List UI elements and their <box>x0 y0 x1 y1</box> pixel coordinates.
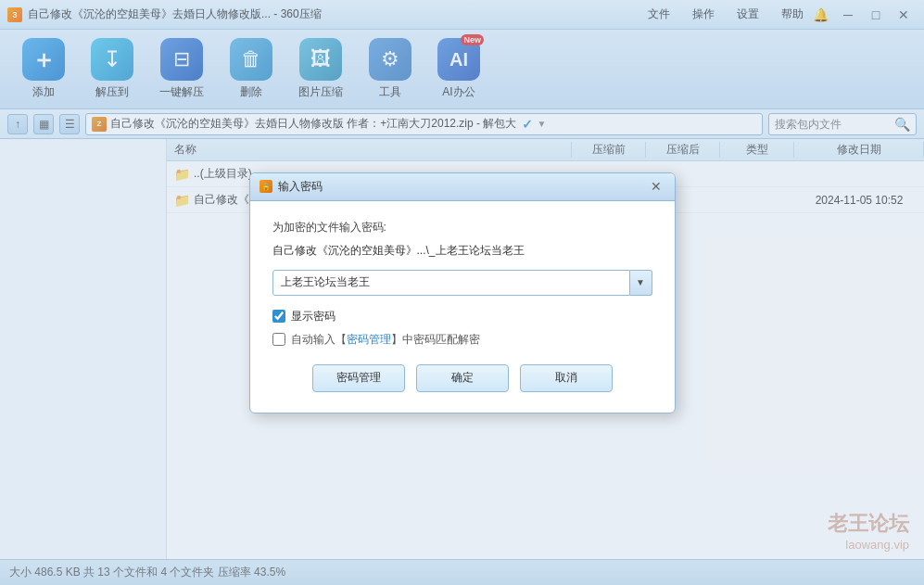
modal-close-button[interactable]: ✕ <box>647 177 665 196</box>
password-input[interactable] <box>272 270 630 296</box>
show-password-label: 显示密码 <box>291 309 335 324</box>
modal-filepath: 自己修改《沉沦的空姐美母》...\_上老王论坛当老王 <box>272 243 652 259</box>
auto-input-row: 自动输入【密码管理】中密码匹配解密 <box>272 332 652 348</box>
auto-input-checkbox[interactable] <box>272 333 285 346</box>
modal-icon: 🔒 <box>259 180 272 193</box>
modal-input-row: ▼ <box>272 270 652 296</box>
password-dropdown-button[interactable]: ▼ <box>630 270 652 296</box>
password-dialog: 🔒 输入密码 ✕ 为加密的文件输入密码: 自己修改《沉沦的空姐美母》...\_上… <box>249 172 676 413</box>
manage-button[interactable]: 密码管理 <box>312 364 405 392</box>
cancel-button[interactable]: 取消 <box>520 364 613 392</box>
modal-overlay: 🔒 输入密码 ✕ 为加密的文件输入密码: 自己修改《沉沦的空姐美母》...\_上… <box>0 0 924 585</box>
modal-buttons: 密码管理 确定 取消 <box>272 364 652 392</box>
ok-button[interactable]: 确定 <box>416 364 509 392</box>
modal-title-bar: 🔒 输入密码 ✕ <box>250 173 675 201</box>
password-manager-link[interactable]: 密码管理 <box>347 333 391 346</box>
modal-body: 为加密的文件输入密码: 自己修改《沉沦的空姐美母》...\_上老王论坛当老王 ▼… <box>250 201 675 411</box>
modal-title: 输入密码 <box>278 179 647 195</box>
auto-input-label: 自动输入【密码管理】中密码匹配解密 <box>291 332 480 348</box>
show-password-row: 显示密码 <box>272 309 652 324</box>
modal-desc: 为加密的文件输入密码: <box>272 220 652 235</box>
show-password-checkbox[interactable] <box>272 310 285 323</box>
